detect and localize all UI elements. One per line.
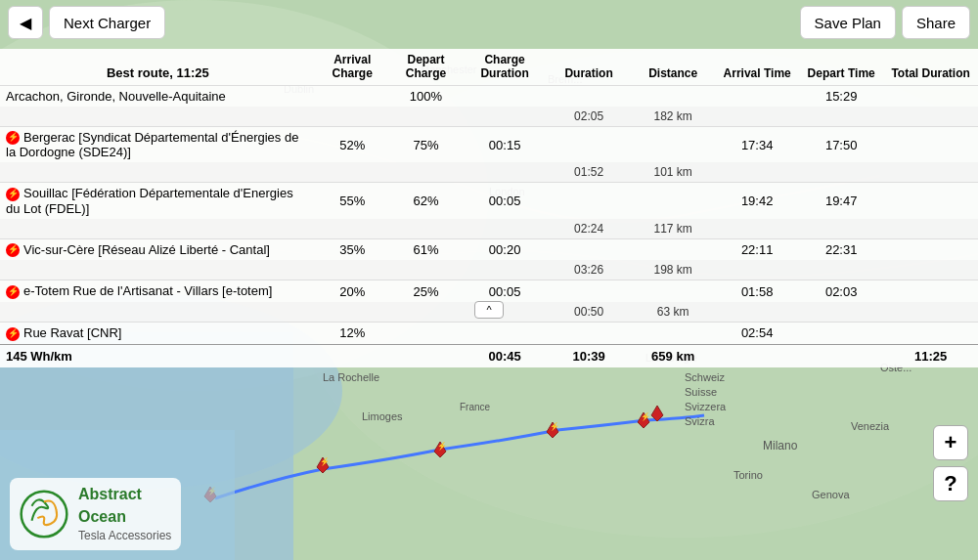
drive-charge-dur-empty (463, 162, 547, 183)
stop-duration-empty (547, 323, 631, 345)
drive-depart-empty (389, 107, 463, 127)
stop-name-cell: Rue Ravat [CNR] (0, 323, 316, 345)
brand-tagline: Tesla Accessories (78, 528, 171, 544)
stop-row: Bergerac [Syndicat Départemental d'Énerg… (0, 126, 978, 162)
brand-name-ocean: Ocean (78, 506, 171, 528)
col-total-duration: Total Duration (883, 49, 978, 85)
totals-row: 145 Wh/km 00:45 10:39 659 km 11:25 (0, 344, 978, 367)
stop-distance-empty (631, 280, 715, 302)
charger-pin-icon (6, 285, 20, 299)
stop-row: e-Totem Rue de l'Artisanat - Villars [e-… (0, 280, 978, 302)
drive-time-empty-0 (715, 162, 799, 183)
back-button[interactable]: ◀ (8, 6, 43, 39)
brand-name-abstract: Abstract (78, 484, 171, 505)
route-subtitle: Best route, 11:25 (107, 65, 209, 80)
stop-duration-empty (547, 126, 631, 162)
drive-distance: 198 km (631, 260, 715, 280)
drive-time-empty-0 (715, 302, 799, 323)
stop-depart-charge: 61% (389, 238, 463, 260)
svg-text:⚡: ⚡ (641, 411, 650, 421)
drive-distance: 117 km (631, 219, 715, 239)
charger-pin-icon (6, 188, 20, 201)
totals-arrival-time (715, 344, 799, 367)
stop-arrival-charge (316, 85, 389, 107)
svg-text:Torino: Torino (734, 469, 763, 481)
drive-duration: 00:50 (547, 302, 631, 323)
top-bar: ◀ Next Charger Save Plan Share (0, 0, 978, 45)
svg-text:Milano: Milano (763, 439, 798, 452)
drive-arrival-empty (316, 219, 389, 239)
totals-depart-time (799, 344, 883, 367)
stop-name-text: Arcachon, Gironde, Nouvelle-Aquitaine (6, 89, 226, 104)
drive-name-empty (0, 302, 316, 323)
svg-text:La Rochelle: La Rochelle (323, 371, 379, 383)
drive-time-empty-1 (799, 260, 883, 280)
svg-text:⚡: ⚡ (550, 421, 559, 431)
totals-arrival (316, 344, 389, 367)
col-distance: Distance (631, 49, 715, 85)
drive-arrival-empty (316, 260, 389, 280)
stop-distance-empty (631, 126, 715, 162)
stop-duration-empty (547, 85, 631, 107)
svg-text:Svizzera: Svizzera (685, 401, 727, 412)
totals-efficiency: 145 Wh/km (0, 344, 316, 367)
drive-name-empty (0, 219, 316, 239)
stop-duration-empty (547, 183, 631, 219)
stop-arrival-time: 01:58 (715, 280, 799, 302)
col-depart-charge: Depart Charge (389, 49, 463, 85)
totals-total-duration: 11:25 (883, 344, 978, 367)
stop-depart-charge: 75% (389, 126, 463, 162)
share-button[interactable]: Share (902, 6, 970, 39)
drive-depart-empty (389, 302, 463, 323)
stop-row: Vic-sur-Cère [Réseau Alizé Liberté - Can… (0, 238, 978, 260)
drive-distance: 101 km (631, 162, 715, 183)
totals-charge-duration: 00:45 (463, 344, 547, 367)
stop-name-text: Vic-sur-Cère [Réseau Alizé Liberté - Can… (23, 242, 270, 257)
drive-distance: 63 km (631, 302, 715, 323)
svg-text:Suisse: Suisse (685, 386, 717, 398)
stop-arrival-time: 17:34 (715, 126, 799, 162)
drive-distance: 182 km (631, 107, 715, 127)
stop-row: Rue Ravat [CNR]12%02:54 (0, 323, 978, 345)
svg-text:Schweiz: Schweiz (685, 371, 725, 383)
stop-name-text: Rue Ravat [CNR] (23, 325, 121, 340)
drive-name-empty (0, 107, 316, 127)
col-charge-duration-label: Charge Duration (480, 53, 528, 80)
stop-arrival-time: 02:54 (715, 323, 799, 345)
stop-total-empty (883, 183, 978, 219)
col-total-duration-label: Total Duration (891, 66, 969, 80)
logo-text: Abstract Ocean Tesla Accessories (78, 484, 171, 544)
stop-arrival-time (715, 85, 799, 107)
drive-time-empty-2 (883, 260, 978, 280)
svg-text:⚡: ⚡ (320, 456, 330, 466)
drive-time-empty-0 (715, 107, 799, 127)
drive-depart-empty (389, 162, 463, 183)
expand-button[interactable]: ^ (474, 301, 504, 319)
drive-time-empty-1 (799, 219, 883, 239)
drive-time-empty-1 (799, 107, 883, 127)
drive-charge-dur-empty (463, 219, 547, 239)
stop-arrival-charge: 35% (316, 238, 389, 260)
col-depart-time-label: Depart Time (808, 66, 875, 80)
stop-duration-empty (547, 280, 631, 302)
drive-duration: 01:52 (547, 162, 631, 183)
chevron-up-icon: ^ (486, 304, 491, 316)
route-subtitle-cell: Best route, 11:25 (0, 49, 316, 85)
save-plan-button[interactable]: Save Plan (800, 6, 896, 39)
col-duration-label: Duration (564, 66, 612, 80)
zoom-in-button[interactable]: + (933, 425, 968, 460)
next-charger-button[interactable]: Next Charger (49, 6, 165, 39)
charger-pin-icon (6, 327, 20, 341)
stop-charge-duration: 00:20 (463, 238, 547, 260)
stop-depart-charge: 62% (389, 183, 463, 219)
help-button[interactable]: ? (933, 466, 968, 501)
drive-time-empty-2 (883, 219, 978, 239)
stop-total-empty (883, 280, 978, 302)
charger-pin-icon (6, 131, 20, 145)
drive-time-empty-1 (799, 302, 883, 323)
drive-time-empty-2 (883, 107, 978, 127)
stop-row: Souillac [Fédération Départementale d'En… (0, 183, 978, 219)
stop-charge-duration (463, 85, 547, 107)
stop-distance-empty (631, 183, 715, 219)
stop-depart-charge: 25% (389, 280, 463, 302)
